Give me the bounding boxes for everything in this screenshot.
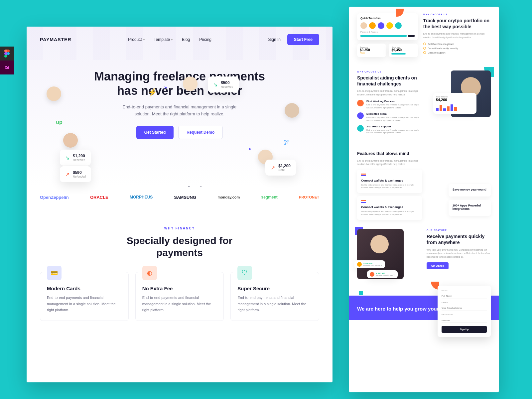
amount-card-received: ↘ $500Received [208, 76, 239, 92]
logo[interactable]: PAYMASTER [40, 37, 71, 42]
partner-logo: MORPHEUS [130, 195, 153, 200]
receive-payments-section: + $28,900Received from Michael V. + $28,… [349, 222, 499, 296]
nav-blog[interactable]: Blog [182, 37, 190, 42]
bird-icon: 🕊 [281, 136, 293, 148]
payment-chip: + $28,900Received from Michael V. [354, 260, 385, 268]
avatar [395, 22, 402, 29]
arrow-down-icon: ↘ [65, 155, 69, 161]
signup-button[interactable]: Sign Up [442, 326, 487, 333]
request-demo-button[interactable]: Request Demo [178, 126, 223, 139]
amount-card-sent: ↗ $1,200Sent [265, 160, 296, 176]
nav-pricing[interactable]: Pricing [199, 37, 211, 42]
right-landing-panel: Quick Transfers Payment & Request Reques… [349, 7, 499, 392]
nav-template[interactable]: Template▾ [154, 37, 173, 42]
features-section: Features that blows mind End-to-end paym… [349, 144, 499, 222]
upwork-icon: up [53, 116, 65, 128]
payment-chip: + $28,900Received from Michael V. [367, 270, 398, 278]
section-title: Specially designed for payments [106, 235, 253, 259]
partner-logo: OpenZeppelin [40, 195, 69, 200]
signup-form: NAME EMAIL PASSWORD Sign Up [438, 286, 491, 337]
password-input[interactable] [442, 318, 487, 323]
team-icon [357, 112, 364, 119]
card-icon: 💳 [47, 266, 62, 280]
amount-card-refunded: ↗ $590Refunded [60, 166, 91, 182]
avatar [386, 22, 393, 29]
main-landing-panel: PAYMASTER Product▾ Template▾ Blog Pricin… [27, 27, 332, 382]
name-input[interactable] [442, 294, 487, 299]
partner-logo: SAMSUNG [174, 195, 196, 200]
partner-logo: ORACLE [90, 195, 108, 200]
start-free-button[interactable]: Start Free [287, 34, 319, 45]
partner-logo: segment [261, 195, 277, 200]
arrow-up-icon: ↗ [65, 171, 69, 178]
arrow-up-icon: ↗ [271, 165, 275, 171]
accent-square [359, 291, 363, 295]
fee-icon: ◐ [142, 266, 157, 280]
lightning-icon: ⚡ [146, 86, 158, 98]
support-icon [357, 125, 364, 132]
stat-card: Requests $9,350 7 items [357, 44, 386, 57]
hero-subtitle: End-to-end payments and financial manage… [120, 104, 239, 118]
section-eyebrow: WHY FINANCY [40, 226, 319, 230]
send-icon: ➤ [160, 81, 172, 93]
why-financy-section: WHY FINANCY Specially designed for payme… [27, 200, 332, 321]
quick-transfers-card: Quick Transfers Payment & Request [357, 13, 418, 40]
email-input[interactable] [442, 306, 487, 311]
amount-card-received: ↘ $1,200Received [60, 150, 91, 166]
cta-section: We are here to help you grow your busine… [349, 296, 499, 320]
feature-card: 🛡 Super Secure End-to-end payments and f… [230, 272, 319, 321]
hero-section: Managing freelance payments has never be… [27, 53, 332, 139]
process-icon [357, 100, 364, 106]
avatar [47, 86, 61, 101]
feature-card: Save money year-round [449, 184, 491, 197]
get-started-button[interactable]: Get Started [427, 262, 449, 269]
hero-title: Managing freelance payments has never be… [86, 69, 273, 98]
avatar [378, 22, 384, 29]
feature-card: 100+ Apps Powerful integraitons [449, 200, 491, 216]
avatar [285, 103, 299, 118]
tool-badges: Xd [0, 47, 14, 74]
send-icon: ➤ [244, 143, 256, 155]
shield-icon: 🛡 [237, 266, 252, 280]
avatar [360, 22, 367, 29]
specialist-section: WHY CHOOSE US Specialist aiding clients … [349, 64, 499, 144]
nav-product[interactable]: Product▾ [128, 37, 144, 42]
avatar [369, 22, 376, 29]
top-nav: PAYMASTER Product▾ Template▾ Blog Pricin… [27, 27, 332, 53]
balance-card: Total Balance $4,200 [433, 93, 476, 114]
partner-logo: monday.com [217, 195, 240, 199]
avatar [63, 133, 78, 148]
figma-icon [0, 47, 14, 61]
feature-card: ◐ No Extra Fee End-to-end payments and f… [135, 272, 224, 321]
get-started-button[interactable]: Get Started [136, 126, 174, 139]
avatar [183, 76, 198, 91]
xd-icon: Xd [0, 61, 14, 74]
stat-card: Expenses $9,350 [389, 44, 418, 57]
feature-card: 💳 Modern Cards End-to-end payments and f… [40, 272, 129, 321]
track-crypto-section: Quick Transfers Payment & Request Reques… [349, 7, 499, 64]
partner-logo: PROTONET [299, 195, 319, 199]
svg-point-0 [7, 52, 10, 55]
arrow-down-icon: ↘ [213, 81, 217, 88]
signin-link[interactable]: Sign In [268, 37, 281, 42]
